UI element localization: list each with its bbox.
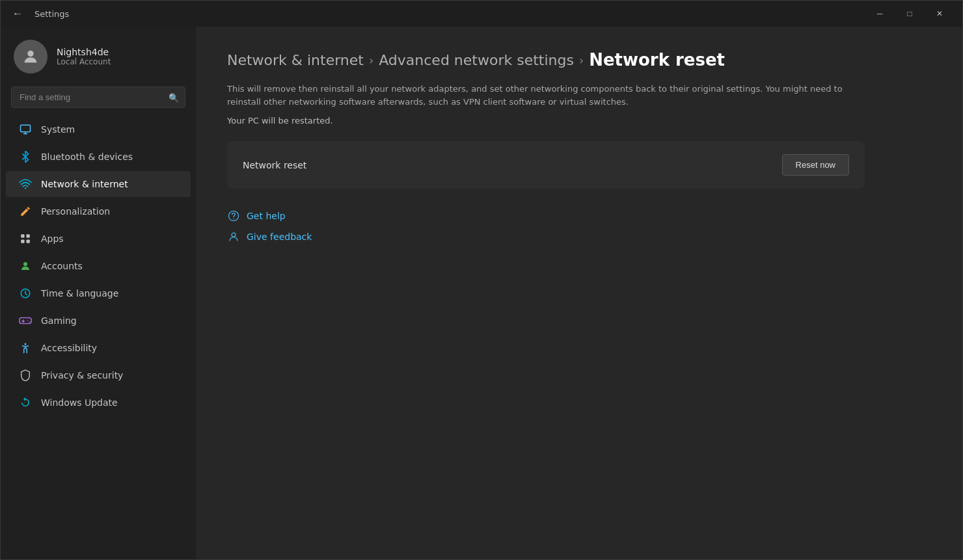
back-button[interactable]: ←: [8, 5, 27, 23]
sidebar: Nightsh4de Local Account 🔍: [1, 27, 196, 559]
page-description: This will remove then reinstall all your…: [227, 83, 852, 108]
give-feedback-icon: [227, 230, 240, 243]
svg-point-12: [27, 320, 28, 321]
gaming-icon: [19, 314, 32, 327]
sidebar-item-accessibility-label: Accessibility: [41, 343, 97, 353]
titlebar: ← Settings ─ □ ✕: [1, 1, 962, 27]
sidebar-item-personalization-label: Personalization: [41, 206, 110, 217]
svg-point-13: [29, 321, 30, 323]
sidebar-item-bluetooth[interactable]: Bluetooth & devices: [6, 144, 191, 170]
breadcrumb: Network & internet › Advanced network se…: [227, 50, 931, 70]
sidebar-item-bluetooth-label: Bluetooth & devices: [41, 152, 133, 162]
maximize-button[interactable]: □: [895, 1, 925, 27]
svg-rect-9: [20, 317, 31, 323]
settings-window: ← Settings ─ □ ✕ Nightsh4de Lo: [0, 0, 963, 560]
sidebar-item-network[interactable]: Network & internet: [6, 171, 191, 197]
svg-point-2: [25, 187, 26, 189]
breadcrumb-advanced[interactable]: Advanced network settings: [379, 52, 574, 68]
get-help-icon: [227, 209, 240, 222]
reset-now-button[interactable]: Reset now: [782, 154, 849, 176]
svg-rect-6: [27, 240, 30, 243]
restart-note: Your PC will be restarted.: [227, 116, 931, 126]
apps-icon: [19, 232, 32, 245]
sidebar-item-system-label: System: [41, 124, 75, 135]
sidebar-item-accessibility[interactable]: Accessibility: [6, 335, 191, 361]
svg-rect-5: [21, 240, 24, 243]
sidebar-item-time[interactable]: Time & language: [6, 280, 191, 306]
give-feedback-label: Give feedback: [247, 232, 312, 242]
user-name: Nightsh4de: [57, 47, 111, 57]
content-area: Network & internet › Advanced network se…: [196, 27, 962, 559]
main-layout: Nightsh4de Local Account 🔍: [1, 27, 962, 559]
sidebar-item-gaming[interactable]: Gaming: [6, 308, 191, 334]
time-icon: [19, 287, 32, 300]
svg-rect-3: [21, 234, 24, 237]
breadcrumb-sep-1: ›: [369, 53, 373, 67]
sidebar-item-apps-label: Apps: [41, 233, 64, 244]
network-icon: [19, 178, 32, 191]
bluetooth-icon: [19, 150, 32, 163]
get-help-label: Get help: [247, 211, 286, 221]
svg-point-16: [233, 219, 234, 220]
give-feedback-link[interactable]: Give feedback: [227, 230, 931, 243]
sidebar-item-personalization[interactable]: Personalization: [6, 198, 191, 224]
sidebar-item-apps[interactable]: Apps: [6, 226, 191, 252]
system-icon: [19, 123, 32, 136]
svg-point-17: [232, 233, 236, 237]
svg-point-14: [25, 343, 27, 345]
search-box: 🔍: [11, 87, 185, 108]
minimize-button[interactable]: ─: [865, 1, 895, 27]
close-button[interactable]: ✕: [925, 1, 955, 27]
sidebar-item-update[interactable]: Windows Update: [6, 390, 191, 416]
personalization-icon: [19, 205, 32, 218]
sidebar-item-privacy[interactable]: Privacy & security: [6, 362, 191, 388]
user-info: Nightsh4de Local Account: [57, 47, 111, 66]
window-controls: ─ □ ✕: [865, 1, 955, 27]
network-reset-card: Network reset Reset now: [227, 141, 865, 189]
reset-card-label: Network reset: [243, 160, 306, 170]
sidebar-item-accounts-label: Accounts: [41, 261, 83, 271]
titlebar-title: Settings: [34, 9, 69, 19]
avatar: [14, 40, 47, 73]
sidebar-item-update-label: Windows Update: [41, 397, 118, 408]
sidebar-item-accounts[interactable]: Accounts: [6, 253, 191, 279]
accessibility-icon: [19, 341, 32, 354]
sidebar-item-system[interactable]: System: [6, 116, 191, 142]
svg-point-7: [23, 262, 27, 266]
nav-menu: System Bluetooth & devices: [1, 113, 196, 419]
breadcrumb-sep-2: ›: [579, 53, 584, 67]
breadcrumb-current: Network reset: [589, 50, 725, 70]
svg-point-0: [27, 51, 33, 57]
svg-rect-4: [27, 234, 30, 237]
sidebar-item-network-label: Network & internet: [41, 179, 128, 189]
user-type: Local Account: [57, 57, 111, 66]
update-icon: [19, 396, 32, 409]
get-help-link[interactable]: Get help: [227, 209, 931, 222]
privacy-icon: [19, 369, 32, 382]
sidebar-item-gaming-label: Gaming: [41, 315, 77, 326]
search-input[interactable]: [11, 87, 185, 108]
accounts-icon: [19, 260, 32, 273]
svg-rect-1: [21, 125, 31, 132]
user-section: Nightsh4de Local Account: [1, 27, 196, 87]
breadcrumb-network[interactable]: Network & internet: [227, 52, 364, 68]
sidebar-item-privacy-label: Privacy & security: [41, 370, 123, 380]
help-links: Get help Give feedback: [227, 209, 931, 243]
sidebar-item-time-label: Time & language: [41, 288, 118, 299]
